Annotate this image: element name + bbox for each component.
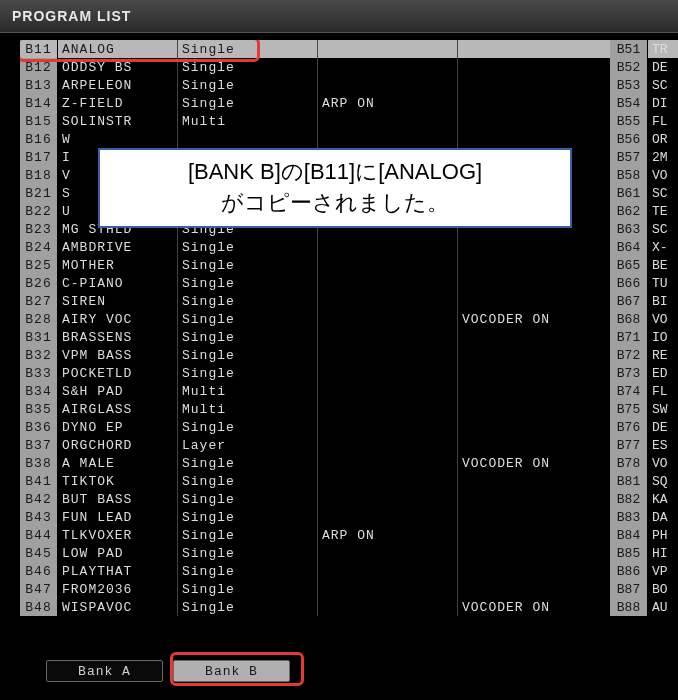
program-row[interactable]: B12ODDSY BSSingle bbox=[20, 58, 678, 76]
program-row[interactable]: B81SQ bbox=[610, 472, 678, 490]
program-flag2 bbox=[458, 400, 607, 418]
program-row[interactable]: B13ARPELEONSingle bbox=[20, 76, 678, 94]
program-row[interactable]: B52DE bbox=[610, 58, 678, 76]
program-name: SIREN bbox=[58, 292, 178, 310]
program-name: VO bbox=[648, 456, 668, 471]
program-row[interactable]: B51TR bbox=[610, 40, 678, 58]
program-mode: Single bbox=[178, 454, 318, 472]
program-row[interactable]: B64X- bbox=[610, 238, 678, 256]
program-row[interactable]: B572M bbox=[610, 148, 678, 166]
slot-label: B16 bbox=[20, 130, 58, 148]
program-row[interactable]: B27SIRENSingle bbox=[20, 292, 678, 310]
program-row[interactable]: B25MOTHERSingle bbox=[20, 256, 678, 274]
slot-label: B58 bbox=[610, 166, 648, 184]
program-flag1 bbox=[318, 562, 458, 580]
program-row[interactable]: B71IO bbox=[610, 328, 678, 346]
program-row[interactable]: B36DYNO EPSingle bbox=[20, 418, 678, 436]
slot-label: B62 bbox=[610, 202, 648, 220]
program-row[interactable]: B63SC bbox=[610, 220, 678, 238]
program-row[interactable]: B74FL bbox=[610, 382, 678, 400]
program-row[interactable]: B77ES bbox=[610, 436, 678, 454]
program-name: ORGCHORD bbox=[58, 436, 178, 454]
program-name: PLAYTHAT bbox=[58, 562, 178, 580]
slot-label: B85 bbox=[610, 544, 648, 562]
program-row[interactable]: B82KA bbox=[610, 490, 678, 508]
program-row[interactable]: B33POCKETLDSingle bbox=[20, 364, 678, 382]
program-row[interactable]: B24AMBDRIVESingle bbox=[20, 238, 678, 256]
program-row[interactable]: B65BE bbox=[610, 256, 678, 274]
program-row[interactable]: B61SC bbox=[610, 184, 678, 202]
program-flag2: VOCODER ON bbox=[458, 310, 607, 328]
program-row[interactable]: B54DI bbox=[610, 94, 678, 112]
program-row[interactable]: B86VP bbox=[610, 562, 678, 580]
slot-label: B42 bbox=[20, 490, 58, 508]
program-row[interactable]: B46PLAYTHATSingle bbox=[20, 562, 678, 580]
program-row[interactable]: B35AIRGLASSMulti bbox=[20, 400, 678, 418]
program-row[interactable]: B84PH bbox=[610, 526, 678, 544]
program-row[interactable]: B45LOW PADSingle bbox=[20, 544, 678, 562]
slot-label: B47 bbox=[20, 580, 58, 598]
program-row[interactable]: B34S&H PADMulti bbox=[20, 382, 678, 400]
slot-label: B87 bbox=[610, 580, 648, 598]
program-mode: Single bbox=[178, 418, 318, 436]
program-mode: Single bbox=[178, 580, 318, 598]
program-row[interactable]: B31BRASSENSSingle bbox=[20, 328, 678, 346]
program-row[interactable]: B87BO bbox=[610, 580, 678, 598]
program-name: SC bbox=[648, 78, 668, 93]
slot-label: B57 bbox=[610, 148, 648, 166]
program-mode: Single bbox=[178, 58, 318, 76]
program-row[interactable]: B42BUT BASSSingle bbox=[20, 490, 678, 508]
program-row[interactable]: B88AU bbox=[610, 598, 678, 616]
program-name: FROM2036 bbox=[58, 580, 178, 598]
program-name: SC bbox=[648, 222, 668, 237]
message-line-2: がコピーされました。 bbox=[221, 188, 449, 219]
program-name: TLKVOXER bbox=[58, 526, 178, 544]
slot-label: B64 bbox=[610, 238, 648, 256]
program-row[interactable]: B56OR bbox=[610, 130, 678, 148]
slot-label: B24 bbox=[20, 238, 58, 256]
program-mode: Single bbox=[178, 310, 318, 328]
bank-a-tab[interactable]: Bank A bbox=[46, 660, 163, 682]
program-row[interactable]: B41TIKTOKSingle bbox=[20, 472, 678, 490]
program-mode: Single bbox=[178, 76, 318, 94]
slot-label: B82 bbox=[610, 490, 648, 508]
program-row[interactable]: B76DE bbox=[610, 418, 678, 436]
program-row[interactable]: B67BI bbox=[610, 292, 678, 310]
program-flag2 bbox=[458, 472, 607, 490]
program-row[interactable]: B75SW bbox=[610, 400, 678, 418]
program-row[interactable]: B83DA bbox=[610, 508, 678, 526]
program-row[interactable]: B73ED bbox=[610, 364, 678, 382]
program-row[interactable]: B78VO bbox=[610, 454, 678, 472]
program-flag2: VOCODER ON bbox=[458, 598, 607, 616]
program-mode: Single bbox=[178, 256, 318, 274]
program-row[interactable]: B43FUN LEADSingle bbox=[20, 508, 678, 526]
program-row[interactable]: B66TU bbox=[610, 274, 678, 292]
program-row[interactable]: B37ORGCHORDLayer bbox=[20, 436, 678, 454]
program-row[interactable]: B55FL bbox=[610, 112, 678, 130]
program-flag2 bbox=[458, 526, 607, 544]
program-flag1 bbox=[318, 256, 458, 274]
program-row[interactable]: B68VO bbox=[610, 310, 678, 328]
program-row[interactable]: B38A MALESingleVOCODER ON bbox=[20, 454, 678, 472]
program-row[interactable]: B14Z-FIELDSingleARP ON bbox=[20, 94, 678, 112]
bank-tabs: Bank A Bank B bbox=[46, 660, 290, 682]
program-row[interactable]: B72RE bbox=[610, 346, 678, 364]
program-row[interactable]: B58VO bbox=[610, 166, 678, 184]
program-row[interactable]: B85HI bbox=[610, 544, 678, 562]
program-row[interactable]: B32VPM BASSSingle bbox=[20, 346, 678, 364]
program-row[interactable]: B53SC bbox=[610, 76, 678, 94]
program-row[interactable]: B48WISPAVOCSingleVOCODER ON bbox=[20, 598, 678, 616]
program-row[interactable]: B47FROM2036Single bbox=[20, 580, 678, 598]
message-line-1: [BANK B]の[B11]に[ANALOG] bbox=[188, 157, 482, 188]
program-row[interactable]: B62TE bbox=[610, 202, 678, 220]
slot-label: B14 bbox=[20, 94, 58, 112]
program-row[interactable]: B44TLKVOXERSingleARP ON bbox=[20, 526, 678, 544]
program-row[interactable]: B11ANALOGSingle bbox=[20, 40, 678, 58]
program-row[interactable]: B28AIRY VOCSingleVOCODER ON bbox=[20, 310, 678, 328]
program-row[interactable]: B15SOLINSTRMulti bbox=[20, 112, 678, 130]
bank-b-tab[interactable]: Bank B bbox=[173, 660, 290, 682]
program-row[interactable]: B16W bbox=[20, 130, 678, 148]
program-name: AU bbox=[648, 600, 668, 615]
slot-label: B12 bbox=[20, 58, 58, 76]
program-row[interactable]: B26C-PIANOSingle bbox=[20, 274, 678, 292]
